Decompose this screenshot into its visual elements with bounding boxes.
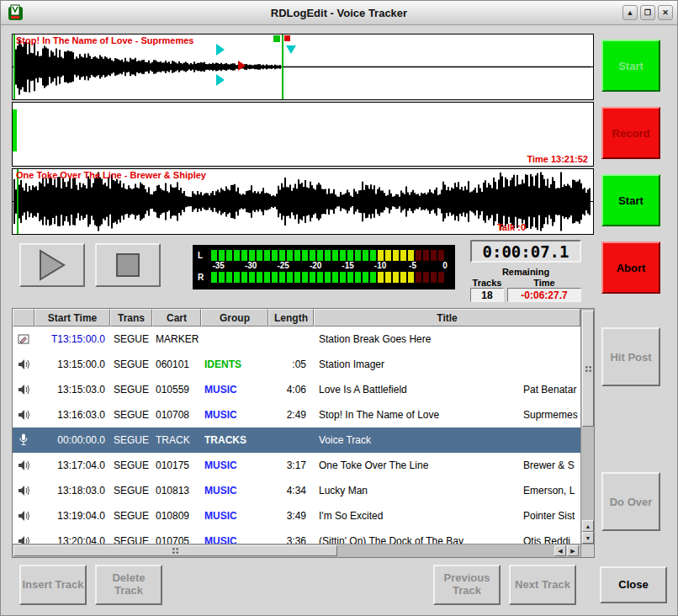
- cell-cart: TRACK: [151, 434, 199, 446]
- meter-led: [310, 272, 315, 283]
- meter-led: [317, 250, 323, 261]
- scroll-left-icon[interactable]: ◀: [554, 545, 566, 556]
- meter-led: [355, 250, 361, 261]
- meter-led: [431, 272, 437, 283]
- next-track-button[interactable]: Next Track: [509, 565, 576, 605]
- cell-trans: SEGUE: [109, 485, 151, 497]
- scrollbar-grip: [172, 547, 179, 555]
- speaker-icon: [13, 358, 34, 370]
- col-group[interactable]: Group: [201, 309, 268, 327]
- voicetrack-start-marker[interactable]: [13, 109, 17, 151]
- abort-button[interactable]: Abort: [601, 242, 660, 294]
- cell-title: Love Is A Battlefield: [310, 384, 523, 396]
- delete-track-button[interactable]: Delete Track: [95, 565, 162, 605]
- meter-led: [431, 250, 437, 261]
- track1-waveform[interactable]: Stop! In The Name of Love - Suprmemes: [12, 34, 594, 100]
- shade-icon[interactable]: ▲: [622, 5, 638, 20]
- time-remaining-header: Time: [507, 278, 581, 288]
- meter-led: [241, 250, 247, 261]
- talk-time-label: Talk :0: [497, 222, 526, 232]
- col-title[interactable]: Title: [314, 309, 580, 327]
- meter-led: [370, 272, 376, 283]
- track2-start-button[interactable]: Start: [601, 174, 660, 226]
- stop-button[interactable]: [95, 243, 161, 287]
- titlebar[interactable]: RDLogEdit - Voice Tracker ▲ ❐ ✕: [1, 1, 677, 25]
- play-button[interactable]: [19, 243, 85, 287]
- meter-led: [211, 250, 217, 261]
- meter-led: [393, 250, 399, 261]
- log-row[interactable]: 13:18:03.0SEGUE010813MUSIC4:34Lucky ManE…: [13, 478, 580, 503]
- log-row[interactable]: 13:15:03.0SEGUE010559MUSIC4:06Love Is A …: [13, 377, 580, 402]
- cell-start-time: 13:16:03.0: [34, 409, 109, 421]
- col-length[interactable]: Length: [268, 309, 314, 327]
- time-remaining-label: Time 13:21:52: [527, 154, 588, 164]
- track2-title: One Toke Over The Line - Brewer & Shiple…: [16, 170, 206, 180]
- log-row[interactable]: 00:00:00.0SEGUETRACKTRACKSVoice Track: [13, 427, 580, 453]
- meter-led: [423, 272, 429, 283]
- cell-artist: Pat Benatar: [523, 384, 580, 396]
- speaker-icon: [13, 510, 34, 522]
- cell-group: MUSIC: [199, 510, 267, 522]
- col-start-time[interactable]: Start Time: [34, 309, 110, 327]
- cell-length: 3:49: [267, 510, 310, 522]
- meter-led: [325, 272, 331, 283]
- window-title: RDLogEdit - Voice Tracker: [1, 7, 677, 19]
- do-over-button[interactable]: Do Over: [601, 472, 660, 531]
- meter-led: [234, 250, 240, 261]
- speaker-icon: [13, 485, 34, 497]
- meter-led: [408, 272, 414, 283]
- track1-start-button[interactable]: Start: [601, 40, 660, 92]
- col-icon[interactable]: [13, 309, 34, 327]
- meter-led: [408, 250, 414, 261]
- meter-scale-label: -35: [212, 261, 224, 270]
- meter-scale-label: 0: [442, 261, 448, 270]
- meter-led: [347, 250, 353, 261]
- record-button[interactable]: Record: [601, 107, 660, 159]
- meter-scale-label: -15: [342, 261, 353, 270]
- log-row[interactable]: 13:17:04.0SEGUE010175MUSIC3:17One Toke O…: [13, 453, 580, 478]
- horizontal-scrollbar[interactable]: ◀ ▶: [13, 544, 580, 557]
- cell-title: One Toke Over The Line: [310, 459, 523, 471]
- log-row[interactable]: 13:15:00.0SEGUE060101IDENTS:05Station Im…: [13, 352, 580, 377]
- meter-scale: -35-30-25-20-15-10-50: [211, 261, 450, 271]
- meter-led: [234, 272, 240, 283]
- log-row[interactable]: 13:16:03.0SEGUE010708MUSIC2:49Stop! In T…: [13, 402, 580, 427]
- scroll-right-icon[interactable]: ▶: [567, 545, 579, 556]
- meter-led: [302, 250, 308, 261]
- stop-icon: [116, 253, 140, 277]
- vertical-scrollbar-thumb[interactable]: [582, 311, 594, 427]
- speaker-icon: [13, 535, 34, 544]
- app-icon[interactable]: [8, 4, 24, 21]
- cell-group: TRACKS: [199, 434, 267, 446]
- cell-title: (Sittin' On) The Dock of The Bay: [310, 535, 523, 544]
- previous-track-button[interactable]: Previous Track: [433, 565, 501, 605]
- meter-led: [438, 250, 444, 261]
- log-table: Start Time Trans Cart Group Length Title…: [12, 308, 595, 558]
- close-icon[interactable]: ✕: [658, 5, 673, 20]
- horizontal-scrollbar-thumb[interactable]: [13, 545, 337, 556]
- vertical-scrollbar[interactable]: ▲ ▼: [580, 309, 594, 544]
- meter-led: [325, 250, 331, 261]
- scroll-down-icon[interactable]: ▼: [582, 532, 594, 544]
- col-trans[interactable]: Trans: [110, 309, 152, 327]
- cell-artist: Emerson, L: [523, 485, 580, 497]
- meter-led: [294, 250, 300, 261]
- log-row[interactable]: 13:19:04.0SEGUE010809MUSIC3:49I'm So Exc…: [13, 503, 580, 528]
- log-row[interactable]: T13:15:00.0SEGUEMARKERStation Break Goes…: [13, 327, 580, 352]
- cell-start-time: 13:17:04.0: [34, 459, 109, 471]
- col-cart[interactable]: Cart: [152, 309, 201, 327]
- insert-track-button[interactable]: Insert Track: [19, 565, 87, 605]
- hit-post-button[interactable]: Hit Post: [601, 327, 660, 386]
- scroll-up-icon[interactable]: ▲: [582, 520, 594, 532]
- cell-cart: MARKER: [151, 333, 199, 345]
- cell-title: Station Break Goes Here: [310, 333, 523, 345]
- cell-artist: Otis Reddi: [523, 535, 580, 544]
- meter-led: [317, 272, 323, 283]
- meter-led: [340, 250, 346, 261]
- voicetrack-waveform[interactable]: Time 13:21:52: [12, 102, 594, 167]
- maximize-icon[interactable]: ❐: [640, 5, 655, 20]
- close-button[interactable]: Close: [600, 566, 667, 603]
- cell-cart: 010708: [151, 409, 199, 421]
- log-row[interactable]: 13:20:04.0SEGUE010705MUSIC3:36(Sittin' O…: [13, 528, 580, 544]
- track2-waveform[interactable]: One Toke Over The Line - Brewer & Shiple…: [12, 168, 594, 235]
